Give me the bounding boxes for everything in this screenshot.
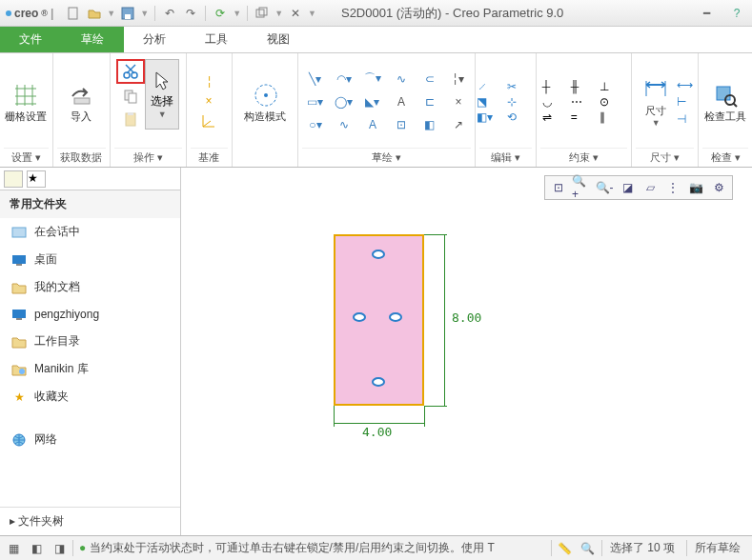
group-sketch[interactable]: 草绘 ▾ (302, 148, 471, 167)
save-icon[interactable] (119, 5, 136, 22)
coord-icon[interactable] (201, 113, 216, 129)
modify-icon[interactable]: ⟋ (477, 80, 505, 93)
folder-documents[interactable]: 我的文档 (0, 273, 180, 301)
group-operate[interactable]: 操作 ▾ (114, 148, 182, 167)
point2-icon[interactable]: × (445, 91, 472, 112)
chamfer-icon[interactable]: ◣▾ (359, 91, 386, 112)
coord2-icon[interactable]: ↗ (445, 114, 472, 135)
minimize-button[interactable]: ━ (691, 2, 722, 25)
centerline-icon[interactable]: ╎ (206, 75, 213, 89)
tangent-icon[interactable]: ◡ (542, 95, 569, 109)
centerline2-icon[interactable]: ╎▾ (445, 69, 472, 90)
sketch-hole-1[interactable] (372, 250, 385, 259)
midpoint-icon[interactable]: ⋯ (571, 95, 598, 109)
baseline-dim-icon[interactable]: ⊢ (677, 95, 693, 109)
sketch-hole-2[interactable] (353, 312, 366, 322)
folder-favorites[interactable]: ★收藏夹 (0, 383, 180, 410)
dim-width[interactable]: 4.00 (362, 425, 392, 439)
ref-dim-icon[interactable]: ⟷ (677, 78, 693, 91)
tab-analysis[interactable]: 分析 (124, 27, 186, 52)
selection-filter[interactable]: 所有草绘 (686, 540, 748, 556)
line-icon[interactable]: ╲▾ (302, 69, 329, 90)
shade-icon[interactable]: ◪ (618, 178, 637, 197)
wireframe-icon[interactable]: ▱ (640, 178, 660, 197)
new-icon[interactable] (65, 5, 82, 22)
import-button[interactable]: 导入 (60, 67, 102, 137)
parallel-icon[interactable]: ∥ (600, 110, 626, 124)
sketch-hole-3[interactable] (389, 312, 402, 322)
status-icon-3[interactable]: ◨ (50, 539, 69, 558)
tab-tools[interactable]: 工具 (186, 27, 248, 52)
saved-views-icon[interactable]: 📷 (686, 178, 705, 197)
project-icon[interactable]: ⊡ (388, 114, 415, 135)
tab-file[interactable]: 文件 (0, 27, 62, 52)
thicken-icon[interactable]: ⊏ (417, 91, 443, 112)
refit-icon[interactable]: ⊡ (549, 178, 568, 197)
close-window-icon[interactable]: ✕ (287, 5, 304, 22)
symmetric-icon[interactable]: ⇌ (542, 110, 569, 124)
folder-desktop[interactable]: 桌面 (0, 246, 180, 273)
zoom-in-icon[interactable]: 🔍+ (572, 178, 591, 197)
folder-network[interactable]: 网络 (0, 426, 180, 453)
redo-icon[interactable]: ↷ (182, 5, 199, 22)
folder-manikin[interactable]: Manikin 库 (0, 355, 180, 383)
zoom-icon[interactable]: 🔍 (579, 539, 598, 558)
folder-tree-header[interactable]: ▸ 文件夹树 (0, 507, 180, 535)
folder-user[interactable]: pengzhiyong (0, 301, 180, 328)
paste-button[interactable] (116, 109, 145, 130)
rectangle-icon[interactable]: ▭▾ (302, 91, 329, 112)
tab-view[interactable]: 视图 (248, 27, 310, 52)
group-dimension[interactable]: 尺寸 ▾ (636, 148, 694, 167)
arc-icon[interactable]: ◠▾ (331, 69, 357, 90)
graphics-canvas[interactable]: ⊡ 🔍+ 🔍- ◪ ▱ ⋮ 📷 ⚙ 8.00 4.00 (181, 168, 752, 535)
corner-icon[interactable]: ⬔ (477, 95, 505, 109)
copy-button[interactable] (116, 86, 145, 107)
tab-sketch[interactable]: 草绘 (62, 27, 124, 52)
status-icon-1[interactable]: ▦ (4, 539, 23, 558)
undo-icon[interactable]: ↶ (161, 5, 178, 22)
grid-settings-button[interactable]: 栅格设置 (5, 67, 47, 137)
spline-icon[interactable]: ∿ (388, 69, 415, 90)
vertical-constraint-icon[interactable]: ┼ (542, 80, 569, 93)
cut-button[interactable] (116, 59, 145, 84)
regen-icon[interactable]: ⟳ (212, 5, 229, 22)
inspect-button[interactable]: 检查工具 (704, 67, 746, 137)
text-icon[interactable]: A (388, 91, 415, 112)
settings-icon[interactable]: ⚙ (709, 178, 728, 197)
divide-icon[interactable]: ⊹ (507, 95, 536, 109)
rotate-icon[interactable]: ⟲ (507, 110, 536, 124)
sidebar-tab-star[interactable]: ★ (27, 170, 46, 188)
dim-height[interactable]: 8.00 (452, 310, 481, 325)
sketch-hole-4[interactable] (372, 377, 385, 387)
point-icon[interactable]: × (206, 94, 213, 108)
open-icon[interactable] (86, 5, 103, 22)
horizontal-constraint-icon[interactable]: ╫ (571, 80, 598, 93)
group-constraint[interactable]: 约束 ▾ (540, 148, 627, 167)
folder-working[interactable]: 工作目录 (0, 328, 180, 355)
group-edit[interactable]: 编辑 ▾ (479, 148, 532, 167)
construction-mode-button[interactable]: 构造模式 (244, 67, 286, 137)
dimension-button[interactable]: 尺寸▼ (637, 67, 675, 137)
group-settings[interactable]: 设置 ▾ (4, 148, 49, 167)
windows-icon[interactable] (254, 5, 271, 22)
fillet-icon[interactable]: ⌒▾ (359, 69, 386, 90)
perpendicular-icon[interactable]: ⊥ (600, 80, 626, 93)
text2-icon[interactable]: A (359, 114, 386, 135)
group-inspect[interactable]: 检查 ▾ (702, 148, 748, 167)
offset-icon[interactable]: ⊂ (417, 69, 443, 90)
folder-in-session[interactable]: 在会话中 (0, 218, 180, 246)
status-icon-2[interactable]: ◧ (27, 539, 46, 558)
zoom-out-icon[interactable]: 🔍- (595, 178, 614, 197)
display-style-icon[interactable]: ⋮ (663, 178, 682, 197)
ord-dim-icon[interactable]: ⊣ (677, 112, 693, 126)
coincident-icon[interactable]: ⊙ (600, 95, 626, 109)
ellipse-icon[interactable]: ◯▾ (331, 91, 357, 112)
equal-icon[interactable]: = (571, 110, 598, 124)
help-button[interactable]: ? (722, 2, 752, 25)
ruler-icon[interactable]: 📏 (556, 539, 575, 558)
palette-icon[interactable]: ◧ (417, 114, 443, 135)
select-button[interactable]: 选择▼ (145, 59, 179, 130)
sidebar-tab-folder[interactable] (4, 170, 23, 188)
mirror-icon[interactable]: ◧▾ (477, 110, 505, 124)
delete-seg-icon[interactable]: ✂ (507, 80, 536, 93)
